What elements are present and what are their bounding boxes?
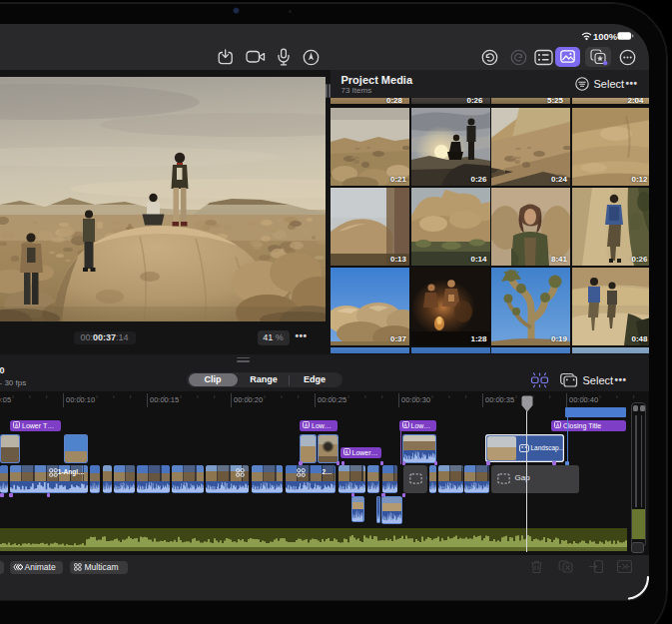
svg-text:100%: 100%: [593, 31, 618, 42]
svg-text:00:00:05: 00:00:05: [0, 395, 11, 404]
